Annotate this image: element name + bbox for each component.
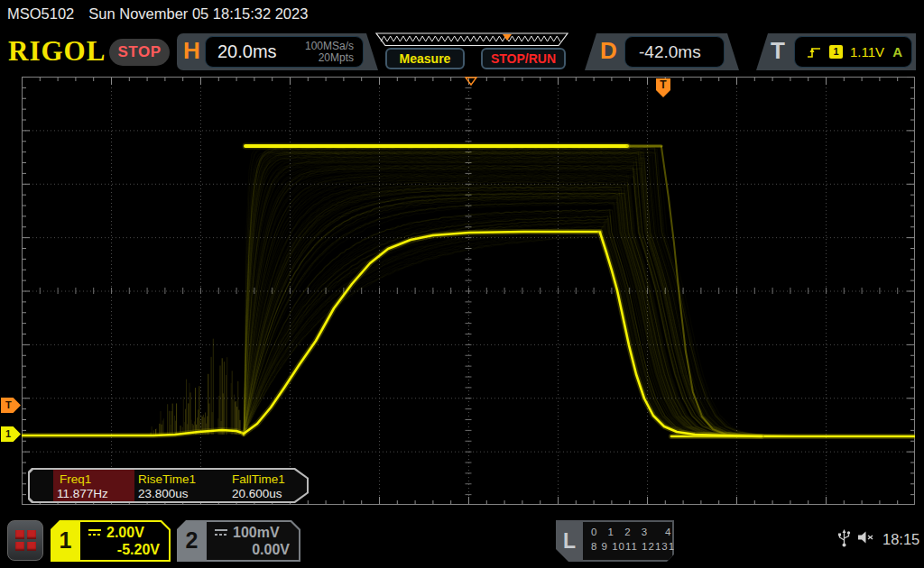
trigger-level-marker[interactable]: T — [1, 398, 21, 413]
measurement-value: 20.600us — [232, 487, 282, 500]
stop-run-button[interactable]: STOP/RUN — [481, 48, 566, 69]
overview-waveform — [381, 36, 560, 41]
logic-channels-block[interactable]: L 0 1 2 3 4 5 6 7 8 9 1011 12131415 — [556, 520, 674, 562]
channel1-ground-marker[interactable]: 1 — [1, 426, 21, 442]
d-label: D — [600, 37, 617, 65]
measurement-panel[interactable]: Freq1 11.877Hz RiseTime1 23.800us FallTi… — [28, 468, 309, 503]
trigger-source-badge: 1 — [829, 45, 843, 59]
measurement-label: Freq1 — [60, 472, 91, 486]
sample-rate: 100MSa/s 20Mpts — [305, 41, 363, 64]
channel1-block[interactable]: 1 2.00V -5.20V — [51, 520, 171, 562]
quad-grid-icon — [15, 530, 36, 551]
channel2-offset: 0.00V — [214, 542, 290, 558]
channel1-scale: 2.00V — [106, 525, 144, 541]
waveform-overview-bar[interactable] — [375, 32, 568, 47]
measurement-label: FallTime1 — [232, 472, 285, 486]
trigger-level-value: 1.11V — [850, 44, 884, 60]
logic-label: L — [556, 520, 583, 562]
model-name: MSO5102 — [7, 5, 74, 22]
channel2-scale: 100mV — [233, 525, 280, 541]
channel2-block[interactable]: 2 100mV 0.00V — [177, 520, 300, 562]
center-time-marker — [465, 77, 477, 87]
clock: 18:15 — [882, 531, 919, 548]
measurement-label: RiseTime1 — [138, 472, 196, 486]
channel-grid-button[interactable] — [7, 520, 43, 561]
titlebar: MSO5102Sun November 05 18:15:32 2023 — [7, 5, 308, 23]
waveform-display: T T 1 Freq1 11.877Hz RiseTime1 23.800us … — [22, 77, 915, 505]
h-label: H — [183, 37, 200, 65]
t-label: T — [771, 37, 785, 65]
acquisition-state-badge: STOP — [109, 39, 170, 66]
channel2-number: 2 — [177, 520, 207, 562]
rigol-logo: RIGOL — [8, 35, 106, 68]
trigger-mode: A — [892, 44, 902, 60]
delay-control[interactable]: D -42.0ms — [585, 33, 739, 70]
dc-coupling-icon — [88, 528, 102, 537]
measurement-value: 23.800us — [138, 487, 189, 500]
usb-icon — [836, 528, 852, 548]
speaker-muted-icon — [857, 530, 874, 545]
memory-depth: 20Mpts — [319, 51, 354, 64]
horizontal-timebase-control[interactable]: H 20.0ms 100MSa/s 20Mpts — [177, 33, 378, 70]
timebase-value: 20.0ms — [206, 41, 277, 62]
channel1-offset: -5.20V — [88, 542, 160, 558]
trigger-control[interactable]: T 1 1.11V A — [756, 33, 916, 70]
logic-row-8-15: 8 9 1011 12131415 — [591, 541, 695, 552]
trigger-slope-icon — [806, 45, 822, 60]
dc-coupling-icon — [214, 528, 228, 537]
channel1-number: 1 — [51, 520, 80, 562]
datetime: Sun November 05 18:15:32 2023 — [88, 5, 308, 22]
waveform-canvas — [22, 77, 915, 505]
oscilloscope-screen: MSO5102Sun November 05 18:15:32 2023 RIG… — [0, 0, 924, 568]
measure-button[interactable]: Measure — [385, 48, 465, 69]
logic-row-0-7: 0 1 2 3 4 5 6 7 — [591, 527, 725, 537]
delay-value: -42.0ms — [625, 42, 701, 62]
measurement-value: 11.877Hz — [57, 487, 108, 500]
